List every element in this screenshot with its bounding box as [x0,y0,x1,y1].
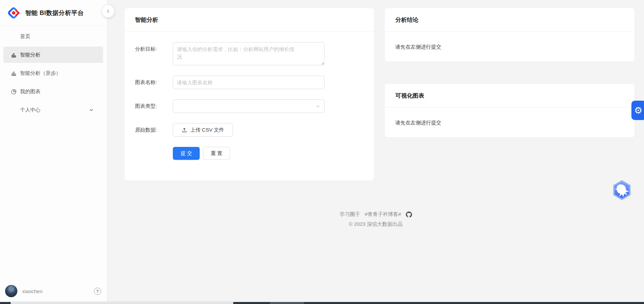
form-row-chart-name: 图表名称: [135,75,363,89]
sidebar-item-label: 智能分析 [20,52,40,58]
sidebar-item-home[interactable]: 首页 [3,28,103,45]
analysis-conclusion-card: 分析结论 请先在左侧进行提交 [385,8,634,62]
upload-csv-button[interactable]: 上传 CSV 文件 [173,123,233,137]
scrollbar-segment [270,302,304,304]
horizontal-scrollbar-thumb[interactable] [11,302,233,304]
upload-icon [182,127,187,133]
form-row-goal: 分析目标: [135,42,363,65]
sidebar-nav: 首页 智能分析 智能分析（异步） [0,26,107,118]
analysis-form: 分析目标: 图表名称: 图表类型: 原始数据: [125,32,374,160]
sidebar-header: 智能 BI数据分析平台 [0,0,107,26]
help-icon[interactable]: ? [94,288,101,295]
app-logo-icon [6,5,21,20]
sidebar-item-label: 首页 [20,33,30,40]
sidebar-item-smart-analysis-async[interactable]: 智能分析（异步） [3,65,103,81]
settings-fab-button[interactable]: ⚙ [631,101,644,120]
footer-links: 学习圈子 #青青子衿博客# [108,211,644,218]
card-header: 可视化图表 [385,84,634,107]
chart-name-input[interactable] [173,75,325,89]
sidebar: 智能 BI数据分析平台 首页 智能分析 [0,0,108,304]
card-title: 分析结论 [395,16,418,24]
card-header: 分析结论 [385,8,634,32]
card-title: 智能分析 [135,16,158,24]
user-name: xiaochen [22,288,43,294]
bar-chart-icon [11,52,17,58]
sidebar-collapse-button[interactable] [102,5,114,17]
sidebar-item-my-charts[interactable]: 我的图表 [3,83,103,100]
chart-type-label: 图表类型: [135,99,173,113]
sidebar-item-personal-center[interactable]: 个人中心 [3,102,103,118]
page-footer: 学习圈子 #青青子衿博客# © 2023 深信大数据出品 [108,211,644,227]
sidebar-item-label: 智能分析（异步） [20,70,61,77]
bird-app-float-icon[interactable] [612,180,632,200]
sidebar-item-label: 我的图表 [20,88,40,95]
goal-label: 分析目标: [135,42,173,65]
chevron-down-icon [316,104,320,108]
sidebar-footer: xiaochen ? [5,284,101,299]
raw-data-label: 原始数据: [135,123,173,137]
sidebar-item-label: 个人中心 [20,107,40,113]
card-header: 智能分析 [125,8,374,32]
card-title: 可视化图表 [395,92,424,100]
form-actions: 提 交 重 置 [173,147,363,160]
github-icon[interactable] [406,212,412,218]
horizontal-scrollbar-track [0,302,644,304]
chart-type-select[interactable] [173,99,325,113]
avatar[interactable] [5,285,17,297]
gear-icon: ⚙ [634,106,642,115]
footer-link-study-circle[interactable]: 学习圈子 [340,211,360,218]
bar-chart-icon [11,70,17,76]
goal-textarea[interactable] [173,42,325,65]
submit-button[interactable]: 提 交 [173,147,200,160]
chevron-down-icon [89,108,94,112]
form-row-chart-type: 图表类型: [135,99,363,113]
pie-chart-icon [11,89,17,95]
footer-copyright: © 2023 深信大数据出品 [108,221,644,227]
visual-chart-card: 可视化图表 请先在左侧进行提交 [385,84,634,137]
upload-label: 上传 CSV 文件 [190,127,224,133]
app-title: 智能 BI数据分析平台 [25,9,84,17]
smart-analysis-card: 智能分析 分析目标: 图表名称: 图表类型: 原始数据: [125,8,374,181]
chart-name-label: 图表名称: [135,75,173,89]
sidebar-item-smart-analysis[interactable]: 智能分析 [3,47,103,63]
chart-empty-text: 请先在左侧进行提交 [385,107,634,126]
reset-button[interactable]: 重 置 [203,147,230,160]
footer-link-blog[interactable]: #青青子衿博客# [365,211,401,218]
chevron-left-icon [106,9,111,14]
conclusion-empty-text: 请先在左侧进行提交 [385,32,634,50]
form-row-raw-data: 原始数据: 上传 CSV 文件 [135,123,363,137]
